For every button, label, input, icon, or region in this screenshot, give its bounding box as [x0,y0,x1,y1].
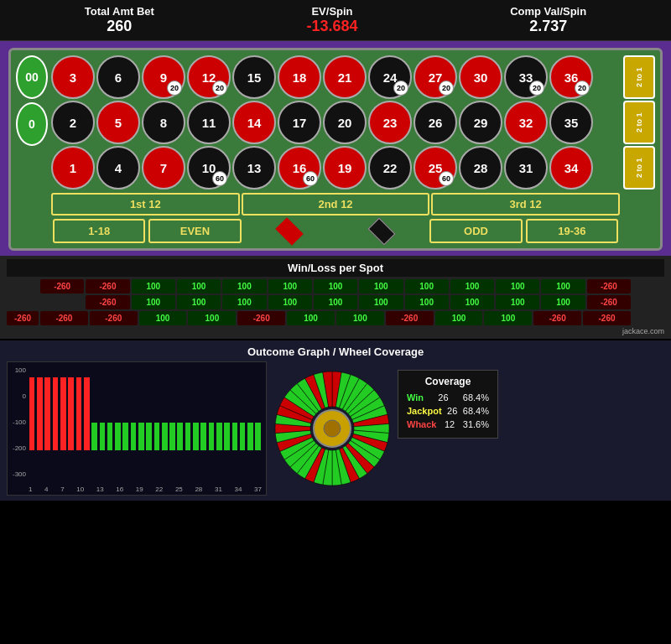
row-3: 1 4 7 1060 13 1660 19 22 2560 28 31 34 [51,146,620,190]
num-6[interactable]: 6 [96,55,140,99]
wl-r1c4: 100 [177,279,221,293]
dozen-3rd[interactable]: 3rd 12 [431,193,620,216]
num-4[interactable]: 4 [96,146,140,190]
num-30[interactable]: 30 [459,55,502,99]
num-25[interactable]: 2560 [414,146,457,190]
num-10[interactable]: 1060 [187,146,231,190]
bet-19-36[interactable]: 19-36 [526,219,618,243]
wl-r3c12: -260 [583,311,631,325]
num-3[interactable]: 3 [51,55,95,99]
bet-red[interactable] [245,220,334,243]
wl-r3c11: -260 [533,311,581,325]
y-axis: 100 0 -100 -200 -300 [8,366,29,478]
num-11[interactable]: 11 [187,101,231,144]
num-14[interactable]: 14 [232,101,276,144]
bar [107,366,113,478]
col-bet-3[interactable]: 2 to 1 [623,146,655,190]
num-24[interactable]: 2420 [368,55,412,99]
wl-row-2: -260 100 100 100 100 100 100 100 100 100… [7,295,664,309]
bar [36,366,43,478]
num-32[interactable]: 32 [504,101,548,144]
bar [185,366,191,478]
num-1[interactable]: 1 [51,146,95,190]
bar [231,366,238,478]
num-15[interactable]: 15 [232,55,276,99]
num-36[interactable]: 3620 [549,55,593,99]
num-21[interactable]: 21 [323,55,367,99]
num-8[interactable]: 8 [142,101,185,144]
wl-r3c2: -260 [90,311,138,325]
numbers-area: 3 6 920 1220 15 18 21 2420 2720 30 3320 … [51,55,620,190]
num-17[interactable]: 17 [278,101,321,144]
wl-r1c1: -260 [40,279,84,293]
win-pct: 68.4% [463,392,489,402]
coverage-title: Coverage [407,376,489,387]
double-zero[interactable]: 00 [16,55,48,99]
num-5[interactable]: 5 [96,101,140,144]
bar [52,366,59,478]
red-diamond-icon [275,217,304,246]
num-28[interactable]: 28 [459,146,502,190]
col-bet-1[interactable]: 2 to 1 [623,55,655,99]
num-19[interactable]: 19 [323,146,367,190]
single-zero[interactable]: 0 [16,102,48,146]
bar [239,366,246,478]
wl-empty-2 [632,279,664,293]
wheel-container [273,370,391,487]
num-22[interactable]: 22 [368,146,412,190]
total-amt-bet-col: Total Amt Bet 260 [85,5,154,35]
column-bets: 2 to 1 2 to 1 2 to 1 [623,55,655,190]
bar [83,366,90,478]
bar [208,366,215,478]
num-27[interactable]: 2720 [414,55,457,99]
jackpot-pct: 68.4% [463,406,489,416]
y-neg200: -200 [13,444,26,452]
bar-chart: 100 0 -100 -200 -300 1 4 7 10 13 16 19 2… [7,361,267,496]
wl-r2c9: 100 [405,295,449,309]
bet-black[interactable] [337,220,426,243]
wl-r2c3: 100 [132,295,175,309]
num-18[interactable]: 18 [278,55,321,99]
col-bet-2[interactable]: 2 to 1 [623,101,655,144]
num-7[interactable]: 7 [142,146,185,190]
total-amt-bet-value: 260 [85,18,154,35]
x-axis: 1 4 7 10 13 16 19 22 25 28 31 34 37 [29,486,262,493]
header: Total Amt Bet 260 EV/Spin -13.684 Comp V… [0,0,671,41]
wl-r2c6: 100 [268,295,312,309]
num-9[interactable]: 920 [142,55,185,99]
bar [138,366,144,478]
bet-even[interactable]: EVEN [148,219,241,243]
bar [255,366,262,478]
num-20[interactable]: 20 [323,101,367,144]
num-35[interactable]: 35 [549,101,593,144]
num-33[interactable]: 3320 [504,55,548,99]
bar [91,366,97,478]
bar [161,366,168,478]
num-31[interactable]: 31 [504,146,548,190]
bar [122,366,129,478]
wl-r1c10: 100 [450,279,494,293]
dozen-2nd[interactable]: 2nd 12 [242,193,430,216]
bar [223,366,230,478]
num-29[interactable]: 29 [459,101,502,144]
num-23[interactable]: 23 [368,101,412,144]
num-34[interactable]: 34 [549,146,593,190]
dozen-1st[interactable]: 1st 12 [51,193,240,216]
win-row: Win 26 68.4% [407,392,489,402]
bet-1-18[interactable]: 1-18 [53,219,145,243]
num-13[interactable]: 13 [232,146,276,190]
num-16[interactable]: 1660 [278,146,321,190]
jackace-label: jackace.com [7,327,664,335]
bet-odd[interactable]: ODD [429,219,522,243]
winloss-section: Win/Loss per Spot -260 -260 100 100 100 … [0,256,671,339]
wl-r3c9: 100 [435,311,483,325]
num-2[interactable]: 2 [51,101,95,144]
outside-row: 1-18 EVEN ODD 19-36 [16,219,655,243]
y-100: 100 [15,366,26,374]
num-12[interactable]: 1220 [187,55,231,99]
num-26[interactable]: 26 [414,101,457,144]
bar [153,366,160,478]
wl-r1c3: 100 [132,279,175,293]
svg-point-1 [324,420,341,437]
whack-label: Whack [407,419,436,429]
